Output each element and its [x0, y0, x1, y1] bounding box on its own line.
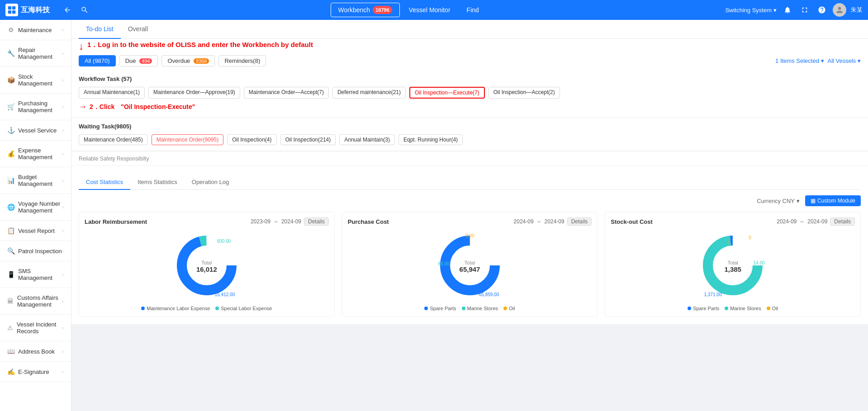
workflow-tag-oil-execute[interactable]: Oil Inspection—Execute(7): [409, 87, 485, 99]
chart2-legend-label1: Spare Parts: [430, 306, 456, 311]
sidebar-item-patrol[interactable]: 🔍Patrol Inspection ›: [0, 241, 71, 261]
filter-overdue-button[interactable]: Overdue 9368: [161, 55, 215, 66]
workflow-tag-annual-maintenance[interactable]: Annual Maintenance(1): [79, 87, 145, 99]
chevron-down-icon: ▾: [858, 57, 861, 64]
fullscreen-icon[interactable]: [798, 4, 811, 16]
sidebar-item-address[interactable]: 📖Address Book ›: [0, 341, 71, 362]
waiting-tag-mo1[interactable]: Maintenance Order(485): [79, 134, 148, 145]
chart2-legend-marine: Marine Stores: [462, 306, 498, 311]
sidebar-item-maintenance[interactable]: ⚙Maintenance ›: [0, 20, 71, 40]
tab-overall-label: Overall: [128, 25, 148, 33]
sidebar-item-sms[interactable]: 📱SMS Management ›: [0, 261, 71, 288]
workflow-tags: Annual Maintenance(1) Maintenance Order—…: [79, 87, 861, 99]
chart1-legend-dot2: [215, 307, 219, 310]
chart1-total-value: 16,012: [196, 265, 217, 273]
chart2-total-value: 65,947: [460, 265, 480, 273]
chevron-icon: ›: [62, 298, 64, 304]
stats-tabs: Cost Statistics Items Statistics Operati…: [79, 170, 861, 190]
waiting-tag-running-hour[interactable]: Eqpt. Running Hour(4): [398, 134, 463, 145]
sidebar-label-sms: SMS Management: [18, 268, 62, 281]
chevron-icon: ›: [62, 204, 64, 210]
chart3-details-button[interactable]: Details: [830, 217, 855, 226]
workflow-tag-oil-accept[interactable]: Oil Inspection—Accept(2): [489, 87, 560, 99]
username[interactable]: 朱某: [851, 6, 863, 14]
sidebar-item-incident[interactable]: ⚠Vessel Incident Records ›: [0, 315, 71, 341]
all-vessels-label[interactable]: All Vessels ▾: [828, 57, 861, 64]
chart2-legend-spare: Spare Parts: [424, 306, 456, 311]
waiting-tag-annual[interactable]: Annual Maintain(3): [339, 134, 395, 145]
nav-workbench[interactable]: Workbench 18796: [331, 3, 400, 17]
chart3-date-to: 2024-09: [807, 218, 827, 225]
sidebar-label-incident: Vessel Incident Records: [17, 321, 62, 335]
switch-system-label: Switching System: [725, 7, 772, 14]
sidebar-label-esignature: E-Signature: [18, 368, 49, 375]
sidebar-item-vessel-report[interactable]: 📋Vessel Report ›: [0, 221, 71, 241]
custom-module-button[interactable]: ▦ Custom Module: [805, 195, 861, 206]
help-icon[interactable]: [816, 4, 828, 16]
chart2-legend-dot3: [503, 307, 507, 310]
sidebar-item-budget[interactable]: 📊Budget Management ›: [0, 167, 71, 194]
sidebar-label-maintenance: Maintenance: [18, 27, 52, 33]
filter-reminders-button[interactable]: Reminders(8): [218, 55, 266, 66]
sidebar-item-repair[interactable]: 🔧Repair Management ›: [0, 40, 71, 67]
tab-todo-list[interactable]: To-do List: [79, 20, 121, 39]
filter-all-button[interactable]: All (9870): [79, 55, 116, 66]
sidebar-item-esignature[interactable]: ✍E-Signature ›: [0, 362, 71, 382]
sidebar-item-purchasing[interactable]: 🛒Purchasing Management ›: [0, 94, 71, 120]
sidebar-item-vessel-service[interactable]: ⚓Vessel Service ›: [0, 120, 71, 141]
vessel-service-icon: ⚓: [7, 127, 14, 134]
nav-vessel-monitor[interactable]: Vessel Monitor: [402, 4, 458, 16]
chart3-date-range: 2024-09 ～ 2024-09 Details: [777, 217, 855, 226]
back-icon[interactable]: [61, 3, 74, 17]
chart-stockout-cost: Stock-out Cost 2024-09 ～ 2024-09 Details: [605, 212, 861, 317]
tab-todo-label: To-do List: [86, 25, 114, 33]
nav-find[interactable]: Find: [460, 4, 486, 16]
sidebar-item-expense[interactable]: 💰Expense Management ›: [0, 141, 71, 167]
chart2-legend-dot2: [462, 307, 465, 310]
sidebar-item-voyage[interactable]: 🌐Voyage Number Management ›: [0, 194, 71, 221]
logo-icon: [5, 4, 18, 16]
chart2-details-button[interactable]: Details: [567, 217, 592, 226]
waiting-tag-oil2[interactable]: Oil Inspection(214): [280, 134, 336, 145]
avatar[interactable]: [833, 3, 846, 17]
chart1-details-button[interactable]: Details: [304, 217, 329, 226]
expense-icon: 💰: [7, 150, 14, 157]
chart3-legend-oil: Oil: [767, 306, 778, 311]
chart2-legend-dot1: [424, 307, 428, 310]
filter-overdue-badge: 9368: [194, 58, 209, 64]
chevron-icon: ›: [62, 77, 64, 83]
chart-purchase-cost: Purchase Cost 2024-09 ～ 2024-09 Details: [342, 212, 598, 317]
chart3-legend-label2: Marine Stores: [730, 306, 761, 311]
stats-tab-items[interactable]: Items Statistics: [130, 175, 184, 190]
workflow-tag-maintenance-approve[interactable]: Maintenance Order—Approve(19): [148, 87, 240, 99]
notification-icon[interactable]: [781, 4, 794, 16]
annotation2-text: 2．Click "Oil Inspection-Execute": [90, 103, 195, 111]
waiting-tag-oil1[interactable]: Oil Inspection(4): [227, 134, 276, 145]
workflow-tag-deferred[interactable]: Deferred maintenance(21): [332, 87, 406, 99]
esignature-icon: ✍: [7, 368, 14, 375]
chart2-legend-label2: Marine Stores: [467, 306, 498, 311]
tab-overall[interactable]: Overall: [121, 20, 155, 39]
workflow-tag-maintenance-accept[interactable]: Maintenance Order—Accept(7): [244, 87, 329, 99]
chart1-legend: Maintenance Labor Expense Special Labor …: [141, 306, 272, 311]
items-selected-label[interactable]: 1 Items Selected ▾: [775, 57, 824, 64]
switch-system-button[interactable]: Switching System ▾: [725, 7, 777, 14]
custom-module-label: Custom Module: [817, 198, 855, 204]
svg-rect-1: [12, 6, 15, 9]
stats-tab-cost[interactable]: Cost Statistics: [79, 175, 130, 190]
sidebar-label-repair: Repair Management: [18, 47, 62, 60]
sidebar-item-stock[interactable]: 📦Stock Management ›: [0, 67, 71, 94]
app-logo[interactable]: 互海科技: [5, 4, 50, 16]
workflow-title: Workflow Task (57): [79, 76, 861, 82]
waiting-tag-mo2[interactable]: Maintenance Order(9095): [152, 134, 223, 145]
currency-selector[interactable]: Currency CNY ▾: [757, 198, 800, 204]
search-icon[interactable]: [78, 3, 91, 17]
chart3-legend-marine: Marine Stores: [725, 306, 761, 311]
chart2-val2: 88.00: [438, 261, 449, 266]
budget-icon: 📊: [7, 177, 14, 184]
chart1-legend-maintenance: Maintenance Labor Expense: [141, 306, 210, 311]
sidebar-item-customs[interactable]: 🏛Customs Affairs Management ›: [0, 288, 71, 315]
stats-tab-log[interactable]: Operation Log: [185, 175, 236, 190]
incident-icon: ⚠: [7, 324, 13, 331]
filter-due-button[interactable]: Due 494: [119, 55, 158, 66]
